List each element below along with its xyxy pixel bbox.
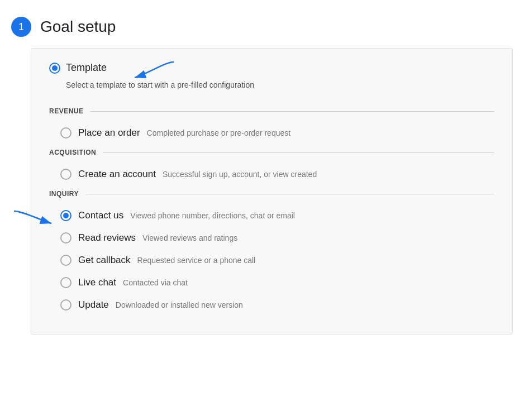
create-account-label: Create an account	[78, 169, 156, 180]
live-chat-label: Live chat	[78, 277, 116, 288]
revenue-divider: REVENUE	[49, 107, 494, 115]
revenue-line	[90, 111, 494, 112]
read-reviews-radio[interactable]	[60, 232, 72, 244]
live-chat-desc: Contacted via chat	[123, 278, 188, 287]
step-badge: 1	[11, 17, 31, 37]
inquiry-line	[85, 194, 494, 194]
read-reviews-label: Read reviews	[78, 232, 136, 244]
template-label: Template	[66, 62, 107, 74]
inquiry-divider: INQUIRY	[49, 190, 494, 198]
template-radio[interactable]	[49, 63, 60, 74]
update-label: Update	[78, 299, 109, 311]
contact-us-radio[interactable]	[60, 210, 72, 221]
inquiry-label: INQUIRY	[49, 190, 79, 198]
read-reviews-desc: Viewed reviews and ratings	[142, 233, 237, 242]
update-row[interactable]: Update Downloaded or installed new versi…	[49, 294, 494, 316]
place-order-radio[interactable]	[60, 127, 72, 139]
contact-us-row[interactable]: Contact us Viewed phone number, directio…	[49, 204, 494, 227]
live-chat-radio[interactable]	[60, 277, 72, 288]
place-order-row[interactable]: Place an order Completed purchase or pre…	[49, 122, 494, 144]
acquisition-section: ACQUISITION Create an account Successful…	[49, 149, 494, 185]
contact-us-label: Contact us	[78, 210, 123, 221]
create-account-desc: Successful sign up, account, or view cre…	[163, 170, 317, 179]
revenue-section: REVENUE Place an order Completed purchas…	[49, 107, 494, 144]
step-number: 1	[18, 21, 24, 33]
template-option-row[interactable]: Template	[49, 62, 494, 74]
update-desc: Downloaded or installed new version	[116, 300, 243, 309]
get-callback-desc: Requested service or a phone call	[137, 256, 256, 265]
place-order-label: Place an order	[78, 127, 140, 139]
inquiry-section: INQUIRY Contact us	[49, 190, 494, 316]
update-radio[interactable]	[60, 299, 72, 311]
read-reviews-row[interactable]: Read reviews Viewed reviews and ratings	[49, 227, 494, 249]
revenue-label: REVENUE	[49, 107, 84, 115]
place-order-desc: Completed purchase or pre-order request	[147, 128, 291, 137]
get-callback-label: Get callback	[78, 255, 131, 266]
contact-us-desc: Viewed phone number, directions, chat or…	[130, 211, 295, 220]
create-account-row[interactable]: Create an account Successful sign up, ac…	[49, 163, 494, 185]
acquisition-divider: ACQUISITION	[49, 149, 494, 156]
header-row: 1 Goal setup	[0, 11, 524, 48]
get-callback-radio[interactable]	[60, 255, 72, 266]
create-account-radio[interactable]	[60, 169, 72, 180]
get-callback-row[interactable]: Get callback Requested service or a phon…	[49, 249, 494, 271]
page-container: 1 Goal setup Template	[0, 0, 524, 346]
live-chat-row[interactable]: Live chat Contacted via chat	[49, 271, 494, 294]
acquisition-label: ACQUISITION	[49, 149, 96, 156]
acquisition-line	[103, 152, 494, 153]
page-title: Goal setup	[40, 18, 116, 36]
main-content: Template Select a template to start with…	[31, 48, 513, 335]
template-description: Select a template to start with a pre-fi…	[66, 80, 494, 89]
